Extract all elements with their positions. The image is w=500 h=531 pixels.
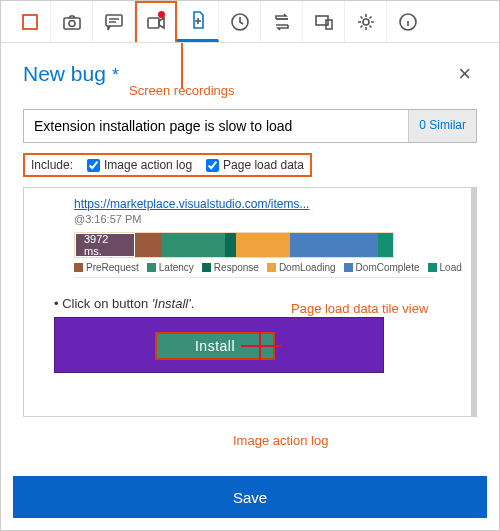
devices-button[interactable] (303, 1, 345, 42)
screenshot-button[interactable] (51, 1, 93, 42)
image-action-log-checkbox[interactable] (87, 159, 100, 172)
image-action-screenshot: Install (54, 317, 384, 373)
timeline-seg-domcomplete (290, 233, 378, 257)
timeline-seg-load (378, 233, 393, 257)
svg-point-2 (69, 20, 75, 26)
dirty-indicator: * (112, 65, 119, 86)
legend-swatch (74, 263, 83, 272)
legend-swatch (147, 263, 156, 272)
timeline-seg-response (225, 233, 237, 257)
timeline-legend: PreRequestLatencyResponseDomLoadingDomCo… (74, 262, 434, 278)
svg-rect-3 (106, 15, 122, 26)
timeline-seg-domloading (236, 233, 289, 257)
stop-icon (20, 12, 40, 32)
gear-icon (356, 12, 376, 32)
click-crosshair-h (241, 345, 281, 347)
legend-swatch (267, 263, 276, 272)
screen-recording-button[interactable] (135, 1, 177, 42)
repeat-icon (272, 12, 292, 32)
svg-rect-0 (23, 15, 37, 29)
clock-icon (230, 12, 250, 32)
save-button[interactable]: Save (13, 476, 487, 518)
total-ms-badge: 3972 ms. (75, 233, 135, 257)
bug-title-input[interactable] (24, 110, 408, 142)
legend-load: Load (428, 262, 462, 273)
timeline-seg-prerequest (135, 233, 162, 257)
comment-icon (104, 12, 124, 32)
info-icon (398, 12, 418, 32)
bug-title-row: 0 Similar (23, 109, 477, 143)
step1-target: 'Install' (152, 296, 191, 311)
image-action-log-label: Image action log (104, 158, 192, 172)
svg-rect-4 (148, 18, 159, 28)
page-load-timeline-chart: 3972 ms. (74, 232, 394, 258)
page-load-timestamp: @3:16:57 PM (74, 213, 141, 225)
annotation-image-action-log: Image action log (233, 433, 328, 448)
svg-rect-1 (64, 18, 80, 29)
recording-indicator-dot (158, 11, 165, 18)
new-workitem-button[interactable] (177, 1, 219, 42)
top-toolbar (1, 1, 499, 43)
include-label: Include: (31, 158, 73, 172)
step1-suffix: . (191, 296, 195, 311)
form-header: New bug * Screen recordings × (1, 43, 499, 99)
page-load-data-checkbox[interactable] (206, 159, 219, 172)
add-document-icon (188, 10, 208, 30)
close-button[interactable]: × (452, 57, 477, 91)
note-button[interactable] (93, 1, 135, 42)
include-page-load-data[interactable]: Page load data (206, 158, 304, 172)
annotation-screen-recordings: Screen recordings (129, 83, 235, 98)
devices-icon (314, 12, 334, 32)
stop-recording-button[interactable] (9, 1, 51, 42)
reload-button[interactable] (261, 1, 303, 42)
timeline-button[interactable] (219, 1, 261, 42)
info-button[interactable] (387, 1, 429, 42)
include-image-action-log[interactable]: Image action log (87, 158, 192, 172)
legend-domcomplete: DomComplete (344, 262, 420, 273)
timeline-seg-latency (162, 233, 224, 257)
page-title: New bug (23, 62, 106, 86)
legend-swatch (202, 263, 211, 272)
legend-latency: Latency (147, 262, 194, 273)
page-url-link[interactable]: https://marketplace.visualstudio.com/ite… (74, 197, 309, 211)
legend-response: Response (202, 262, 259, 273)
camera-icon (62, 12, 82, 32)
include-options: Include: Image action log Page load data (23, 153, 312, 177)
legend-swatch (428, 263, 437, 272)
click-crosshair-v (259, 332, 261, 360)
similar-bugs-button[interactable]: 0 Similar (408, 110, 476, 142)
annotation-page-load-tile: Page load data tile view (291, 301, 428, 316)
settings-button[interactable] (345, 1, 387, 42)
page-load-data-label: Page load data (223, 158, 304, 172)
legend-domloading: DomLoading (267, 262, 336, 273)
svg-point-8 (363, 19, 369, 25)
legend-swatch (344, 263, 353, 272)
step1-prefix: • Click on button (54, 296, 152, 311)
legend-prerequest: PreRequest (74, 262, 139, 273)
